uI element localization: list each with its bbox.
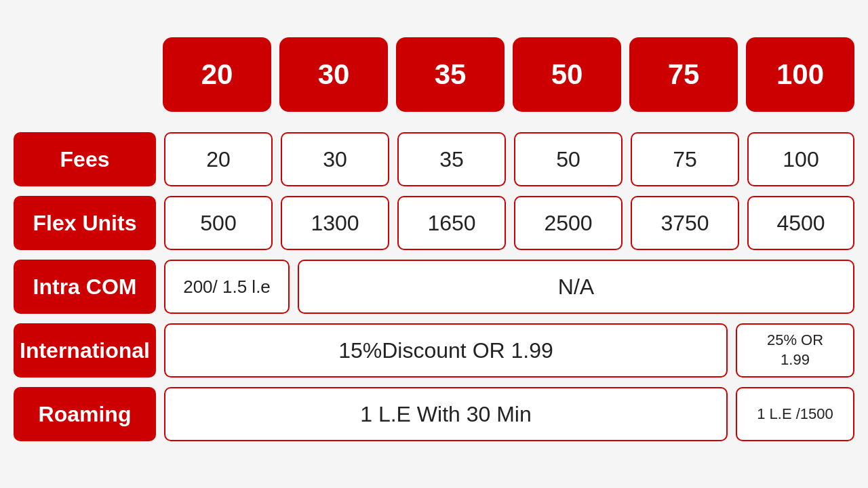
international-cell2: 25% OR 1.99 bbox=[736, 323, 854, 378]
fees-cell-100: 100 bbox=[747, 132, 854, 186]
flex-units-label: Flex Units bbox=[14, 196, 156, 250]
fees-cell-35: 35 bbox=[397, 132, 506, 186]
intra-com-label: Intra COM bbox=[14, 260, 156, 314]
top-btn-100[interactable]: 100 bbox=[746, 37, 854, 112]
flex-cell-3750: 3750 bbox=[631, 196, 739, 250]
international-row: International 15%Discount OR 1.99 25% OR… bbox=[14, 323, 854, 378]
fees-label: Fees bbox=[14, 132, 156, 186]
roaming-row: Roaming 1 L.E With 30 Min 1 L.E /1500 bbox=[14, 387, 854, 441]
roaming-cell1: 1 L.E With 30 Min bbox=[164, 387, 728, 441]
top-btn-20[interactable]: 20 bbox=[163, 37, 271, 112]
international-cell1: 15%Discount OR 1.99 bbox=[164, 323, 728, 378]
flex-cell-2500: 2500 bbox=[514, 196, 623, 250]
top-btn-75[interactable]: 75 bbox=[629, 37, 738, 112]
fees-cell-75: 75 bbox=[631, 132, 739, 186]
fees-cell-30: 30 bbox=[281, 132, 389, 186]
top-btn-30[interactable]: 30 bbox=[279, 37, 388, 112]
flex-cell-500: 500 bbox=[164, 196, 273, 250]
flex-cell-1300: 1300 bbox=[281, 196, 389, 250]
flex-cell-1650: 1650 bbox=[397, 196, 506, 250]
intra-com-row: Intra COM 200/ 1.5 l.e N/A bbox=[14, 260, 854, 314]
flex-cell-4500: 4500 bbox=[747, 196, 854, 250]
fees-row: Fees 20 30 35 50 75 100 bbox=[14, 132, 854, 186]
intra-com-cell1: 200/ 1.5 l.e bbox=[164, 260, 290, 314]
intra-com-cell2: N/A bbox=[298, 260, 854, 314]
roaming-label: Roaming bbox=[14, 387, 156, 441]
top-btn-35[interactable]: 35 bbox=[396, 37, 505, 112]
roaming-cell2: 1 L.E /1500 bbox=[736, 387, 854, 441]
international-label: International bbox=[14, 323, 156, 378]
top-buttons-row: 20 30 35 50 75 100 bbox=[163, 37, 854, 112]
top-btn-50[interactable]: 50 bbox=[513, 37, 621, 112]
fees-cell-50: 50 bbox=[514, 132, 623, 186]
main-container: 20 30 35 50 75 100 Fees 20 30 35 50 75 1… bbox=[7, 30, 861, 458]
flex-units-row: Flex Units 500 1300 1650 2500 3750 4500 bbox=[14, 196, 854, 250]
fees-cell-20: 20 bbox=[164, 132, 273, 186]
